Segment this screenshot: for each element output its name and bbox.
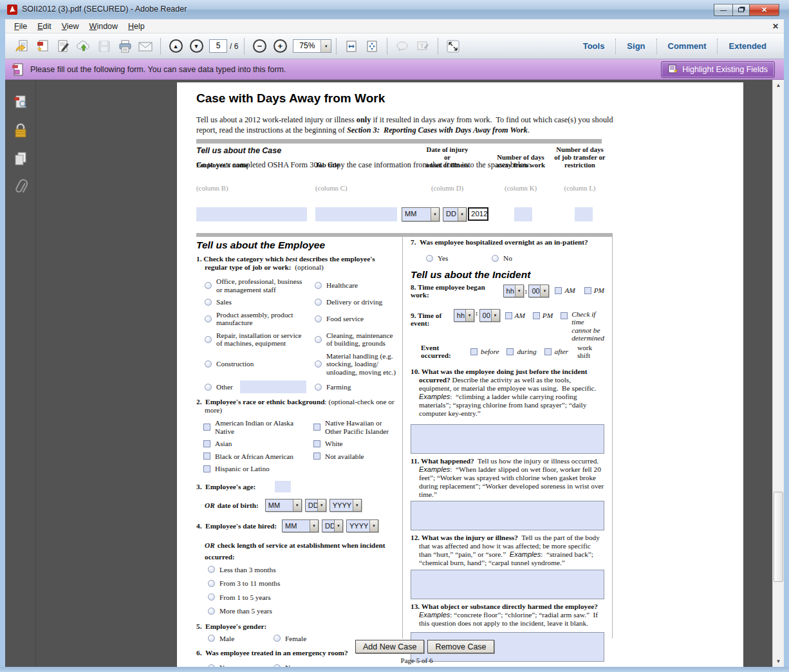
employee-name-input[interactable] xyxy=(196,207,307,221)
add-new-case-button[interactable]: Add New Case xyxy=(355,640,424,653)
security-lock-icon[interactable] xyxy=(12,122,29,139)
began-minute-select[interactable]: 00▼ xyxy=(528,285,549,297)
race-asian-checkbox[interactable] xyxy=(203,440,210,447)
race-american-indian-checkbox[interactable] xyxy=(203,424,210,431)
fit-width-button[interactable] xyxy=(342,37,360,55)
began-am-checkbox[interactable] xyxy=(555,287,562,294)
injury-day-select[interactable]: DD ▼ xyxy=(443,207,467,221)
occurred-during-checkbox[interactable] xyxy=(506,348,514,355)
job-repair-radio[interactable] xyxy=(205,336,212,343)
tab-extended[interactable]: Extended xyxy=(718,39,777,53)
job-food-service-radio[interactable] xyxy=(315,315,322,322)
gender-female-radio[interactable] xyxy=(274,635,281,642)
hired-day-select[interactable]: DD▼ xyxy=(322,519,343,532)
service-3-11mo-radio[interactable] xyxy=(208,580,215,587)
tab-comment[interactable]: Comment xyxy=(657,39,718,53)
reading-mode-button[interactable] xyxy=(444,37,462,55)
save-button[interactable] xyxy=(95,37,113,55)
previous-page-button[interactable]: ▲ xyxy=(167,37,185,55)
print-button[interactable] xyxy=(116,37,134,55)
tab-sign[interactable]: Sign xyxy=(616,39,656,53)
q10-answer-textarea[interactable] xyxy=(411,424,604,454)
restore-button[interactable] xyxy=(732,4,750,16)
event-hour-select[interactable]: hh▼ xyxy=(454,309,474,322)
chevron-down-icon[interactable]: ▼ xyxy=(320,40,331,52)
service-more-5yr-radio[interactable] xyxy=(208,608,215,615)
race-hawaiian-checkbox[interactable] xyxy=(313,424,320,431)
event-pm-checkbox[interactable] xyxy=(533,312,540,319)
text-annotation-button[interactable]: T xyxy=(414,37,432,55)
dob-day-select[interactable]: DD▼ xyxy=(305,499,326,512)
vertical-scrollbar[interactable]: ▲ ▼ xyxy=(772,80,784,667)
event-minute-select[interactable]: 00▼ xyxy=(479,309,500,322)
job-cleaning-radio[interactable] xyxy=(315,336,322,343)
zoom-in-button[interactable]: + xyxy=(271,37,289,55)
job-title-input[interactable] xyxy=(315,207,397,221)
scroll-down-icon[interactable]: ▼ xyxy=(773,656,784,667)
days-away-input[interactable] xyxy=(514,207,532,221)
cloud-upload-button[interactable] xyxy=(75,37,93,55)
email-button[interactable] xyxy=(136,37,154,55)
title-bar[interactable]: SOII2012 (3).pdf (SECURED) - Adobe Reade… xyxy=(0,0,789,19)
menu-view[interactable]: View xyxy=(57,20,84,33)
hired-month-select[interactable]: MM▼ xyxy=(282,519,319,532)
zoom-out-button[interactable]: − xyxy=(250,37,268,55)
page-thumbnails-icon[interactable] xyxy=(12,94,29,111)
occurred-after-checkbox[interactable] xyxy=(544,348,552,355)
job-sales-radio[interactable] xyxy=(205,299,212,306)
event-am-checkbox[interactable] xyxy=(505,312,512,319)
race-white-checkbox[interactable] xyxy=(313,440,320,447)
create-pdf-button[interactable] xyxy=(33,37,51,55)
menu-help[interactable]: Help xyxy=(123,20,150,33)
hospitalized-yes-radio[interactable] xyxy=(426,255,433,262)
time-undetermined-checkbox[interactable] xyxy=(561,312,568,319)
zoom-level-combo[interactable]: 75% ▼ xyxy=(293,39,331,53)
race-not-available-checkbox[interactable] xyxy=(313,453,320,460)
occurred-before-checkbox[interactable] xyxy=(470,348,478,355)
hospitalized-no-radio[interactable] xyxy=(492,255,499,262)
q11-answer-textarea[interactable] xyxy=(411,501,604,530)
scrollbar-thumb[interactable] xyxy=(774,492,783,582)
close-document-icon[interactable]: ✕ xyxy=(772,22,779,31)
next-page-button[interactable]: ▼ xyxy=(187,37,205,55)
hired-year-select[interactable]: YYYY▼ xyxy=(346,519,378,532)
dob-year-select[interactable]: YYYY▼ xyxy=(330,499,362,512)
began-pm-checkbox[interactable] xyxy=(584,287,591,294)
job-material-handling-radio[interactable] xyxy=(315,360,322,368)
comment-bubble-button[interactable] xyxy=(393,37,411,55)
service-1-5yr-radio[interactable] xyxy=(208,593,215,601)
fill-sign-button[interactable] xyxy=(54,37,72,55)
minimize-button[interactable]: — xyxy=(714,4,732,16)
job-office-radio[interactable] xyxy=(205,282,212,289)
open-button[interactable] xyxy=(13,37,31,55)
service-less-3mo-radio[interactable] xyxy=(208,566,215,573)
gender-male-radio[interactable] xyxy=(208,635,215,642)
job-transfer-days-input[interactable] xyxy=(575,207,593,221)
injury-month-select[interactable]: MM ▼ xyxy=(402,207,440,221)
job-other-radio[interactable] xyxy=(205,384,212,391)
pages-copy-icon[interactable] xyxy=(12,151,29,167)
scroll-up-icon[interactable]: ▲ xyxy=(773,80,784,91)
attachment-paperclip-icon[interactable] xyxy=(12,179,29,196)
race-black-checkbox[interactable] xyxy=(203,453,210,460)
highlight-fields-button[interactable]: Highlight Existing Fields xyxy=(661,61,775,78)
menu-window[interactable]: Window xyxy=(84,20,123,33)
injury-year-field[interactable]: 2012 xyxy=(468,207,488,221)
job-construction-radio[interactable] xyxy=(205,360,212,368)
close-button[interactable]: ✕ xyxy=(750,4,779,16)
tab-tools[interactable]: Tools xyxy=(572,39,616,53)
dob-month-select[interactable]: MM▼ xyxy=(265,499,302,512)
began-hour-select[interactable]: hh▼ xyxy=(503,285,524,297)
job-delivery-radio[interactable] xyxy=(315,299,322,306)
menu-file[interactable]: File xyxy=(9,20,32,33)
race-hispanic-checkbox[interactable] xyxy=(203,465,210,472)
page-number-input[interactable]: 5 xyxy=(209,39,227,53)
menu-edit[interactable]: Edit xyxy=(32,20,57,33)
fit-page-button[interactable] xyxy=(363,37,381,55)
employee-age-input[interactable] xyxy=(275,481,291,492)
job-farming-radio[interactable] xyxy=(315,384,322,391)
remove-case-button[interactable]: Remove Case xyxy=(427,640,494,653)
job-assembly-radio[interactable] xyxy=(205,315,212,322)
job-other-input[interactable] xyxy=(240,380,306,393)
job-healthcare-radio[interactable] xyxy=(315,282,322,289)
